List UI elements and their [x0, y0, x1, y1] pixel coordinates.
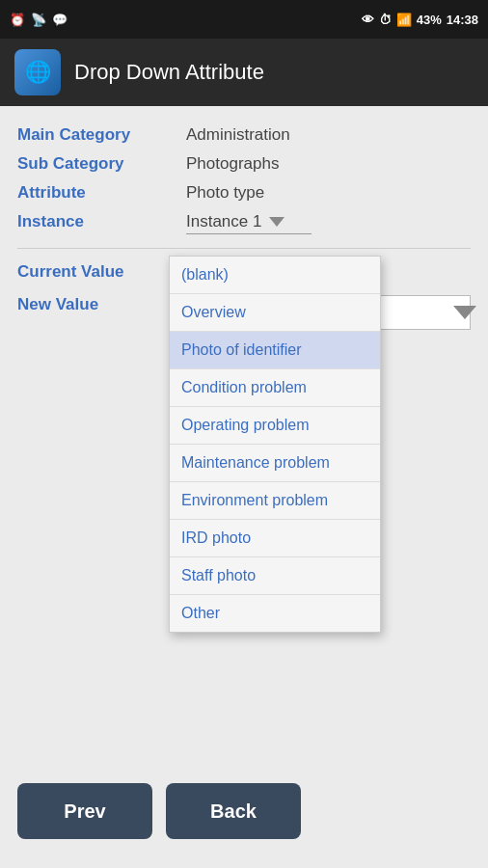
dropdown-item[interactable]: Environment problem [170, 482, 380, 520]
instance-row: Instance Instance 1 [17, 212, 471, 234]
app-icon-symbol: 🌐 [25, 60, 51, 85]
new-value-dropdown-arrow [453, 306, 476, 319]
status-right-icons: 👁 ⏱ 📶 43% 14:38 [362, 13, 478, 27]
dropdown-item[interactable]: Operating problem [170, 407, 380, 445]
app-title: Drop Down Attribute [74, 60, 264, 85]
dropdown-item[interactable]: Photo of identifier [170, 332, 380, 369]
attribute-value: Photo type [186, 183, 264, 203]
dropdown-item[interactable]: IRD photo [170, 520, 380, 557]
status-bar: ⏰ 📡 💬 👁 ⏱ 📶 43% 14:38 [0, 0, 488, 39]
main-category-value: Administration [186, 125, 290, 145]
notification-icon: 💬 [52, 13, 68, 27]
new-value-label: New Value [17, 295, 186, 314]
prev-button[interactable]: Prev [17, 783, 152, 839]
title-bar: 🌐 Drop Down Attribute [0, 39, 488, 106]
instance-label: Instance [17, 212, 186, 231]
divider-1 [17, 248, 471, 249]
clock-icon: ⏱ [379, 13, 392, 27]
main-category-row: Main Category Administration [17, 125, 471, 145]
instance-value-text: Instance 1 [186, 212, 261, 231]
eye-icon: 👁 [362, 13, 374, 27]
attribute-label: Attribute [17, 183, 186, 203]
alarm-icon: ⏰ [10, 13, 25, 27]
instance-dropdown-arrow [269, 217, 285, 227]
back-button[interactable]: Back [166, 783, 301, 839]
battery-label: 43% [417, 13, 442, 27]
app-icon: 🌐 [14, 49, 61, 95]
signal-icon: 📶 [396, 13, 412, 27]
dropdown-item[interactable]: Staff photo [170, 557, 380, 595]
sub-category-value: Photographs [186, 154, 279, 174]
bottom-buttons: Prev Back [17, 783, 471, 839]
sub-category-row: Sub Category Photographs [17, 154, 471, 174]
attribute-row: Attribute Photo type [17, 183, 471, 203]
dropdown-item[interactable]: Overview [170, 294, 380, 332]
status-left-icons: ⏰ 📡 💬 [10, 13, 68, 27]
dropdown-item[interactable]: Other [170, 595, 380, 632]
current-value-label: Current Value [17, 262, 186, 282]
dropdown-list: (blank)OverviewPhoto of identifierCondit… [169, 256, 381, 633]
dropdown-item[interactable]: Maintenance problem [170, 445, 380, 482]
sub-category-label: Sub Category [17, 154, 186, 174]
wifi-icon: 📡 [31, 13, 46, 27]
dropdown-item[interactable]: Condition problem [170, 369, 380, 407]
dropdown-item[interactable]: (blank) [170, 257, 380, 294]
main-content: Main Category Administration Sub Categor… [0, 106, 488, 868]
main-category-label: Main Category [17, 125, 186, 145]
time-label: 14:38 [447, 13, 478, 27]
instance-dropdown[interactable]: Instance 1 [186, 212, 312, 234]
